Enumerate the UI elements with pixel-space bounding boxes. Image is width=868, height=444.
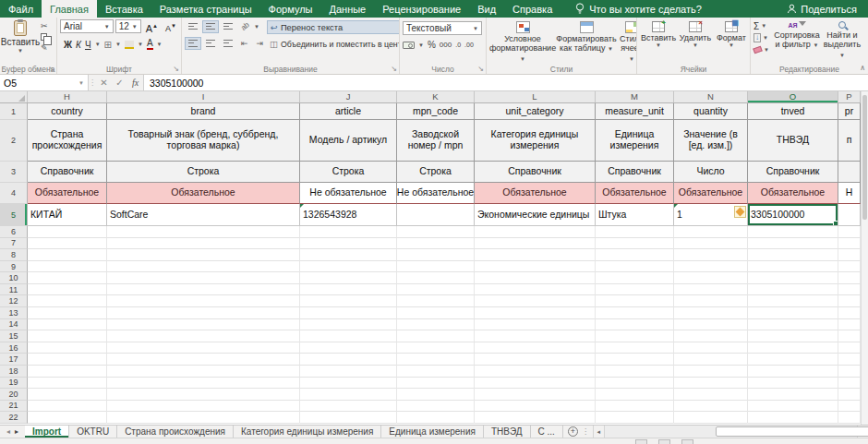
cell-K4[interactable]: Не обязательное [397,183,475,204]
cell-K11[interactable] [397,284,475,296]
fill-color-icon[interactable] [125,41,134,49]
col-header-P[interactable]: P [838,91,861,102]
row-header-17[interactable]: 17 [0,354,28,366]
collapse-ribbon-icon[interactable]: ∧ [860,64,865,72]
cell-P16[interactable] [838,342,861,354]
cell-I13[interactable] [107,307,300,319]
row-header-20[interactable]: 20 [0,389,28,401]
cell-M13[interactable] [596,307,674,319]
cell-N20[interactable] [674,389,748,401]
orientation-icon[interactable]: ab [235,18,256,37]
cell-K2[interactable]: Заводской номер / mpn [397,120,475,162]
cell-K17[interactable] [397,354,475,366]
share-button[interactable]: Поделиться [787,0,857,18]
new-sheet-button[interactable]: + [568,426,578,437]
row-header-12[interactable]: 12 [0,295,28,307]
cell-K21[interactable] [397,401,475,413]
cell-M1[interactable]: measure_unit [596,103,674,120]
cell-K20[interactable] [397,389,475,401]
cell-I22[interactable] [107,412,300,424]
comma-style-button[interactable]: 000 [440,41,452,49]
cell-M20[interactable] [596,389,674,401]
cell-L5[interactable]: Экономические единицы [475,204,596,226]
insert-cells-button[interactable]: + Вставить▼ [640,20,677,49]
alignment-dialog-launcher-icon[interactable]: ↘ [391,66,397,73]
cell-J18[interactable] [300,366,397,378]
cell-P21[interactable] [838,401,861,413]
cell-H11[interactable] [28,284,107,296]
trace-error-button[interactable] [734,206,746,218]
cell-P15[interactable] [838,330,861,342]
cell-H22[interactable] [28,412,107,424]
cell-M15[interactable] [596,330,674,342]
cell-I21[interactable] [107,401,300,413]
col-header-O[interactable]: O [748,91,838,102]
view-page-layout-icon[interactable] [658,439,670,444]
cell-H16[interactable] [28,342,107,354]
cell-M19[interactable] [596,378,674,390]
confirm-entry-icon[interactable]: ✓ [112,75,127,90]
ribbon-tab-вид[interactable]: Вид [469,0,504,18]
cell-I3[interactable]: Строка [107,162,300,183]
cell-I5[interactable]: SoftCare [107,204,300,226]
cell-P14[interactable] [838,319,861,331]
cell-H12[interactable] [28,295,107,307]
cell-P12[interactable] [838,295,861,307]
cell-L20[interactable] [475,389,596,401]
fill-button[interactable]: ↓▼ [753,32,769,43]
cell-M8[interactable] [596,249,674,261]
cell-K9[interactable] [397,261,475,273]
formula-input[interactable]: 3305100000 [143,75,868,90]
cell-N13[interactable] [674,307,748,319]
row-header-14[interactable]: 14 [0,319,28,331]
cell-M17[interactable] [596,354,674,366]
cell-O18[interactable] [748,366,838,378]
cell-M5[interactable]: Штука [596,204,674,226]
row-header-3[interactable]: 3 [0,162,28,183]
cell-L11[interactable] [475,284,596,296]
row-header-19[interactable]: 19 [0,378,28,390]
cell-J2[interactable]: Модель / артикул [300,120,397,162]
cell-I1[interactable]: brand [107,103,300,120]
cell-H2[interactable]: Страна происхождения [28,120,107,162]
cell-I6[interactable] [107,226,300,238]
percent-style-button[interactable]: % [428,40,436,50]
number-dialog-launcher-icon[interactable]: ↘ [477,66,484,73]
row-header-9[interactable]: 9 [0,261,28,273]
cell-H5[interactable]: КИТАЙ [28,204,107,226]
cell-P17[interactable] [838,354,861,366]
cell-I14[interactable] [107,319,300,331]
align-left-icon[interactable] [185,37,201,50]
decrease-indent-icon[interactable]: ⇤ [237,36,252,51]
cell-O8[interactable] [748,249,838,261]
merge-center-button[interactable]: ◫ Объединить и поместить в центре ▼ [267,38,400,50]
cell-J12[interactable] [300,295,397,307]
font-size-combo[interactable]: 12▼ [115,19,141,33]
cell-M22[interactable] [596,412,674,424]
cell-J21[interactable] [300,401,397,413]
cell-N17[interactable] [674,354,748,366]
sheet-tab-страна-происхождения[interactable]: Страна происхождения [117,426,234,438]
shrink-font-button[interactable]: А▼ [163,19,179,36]
cell-J7[interactable] [300,238,397,250]
cell-L10[interactable] [475,272,596,284]
cell-O15[interactable] [748,330,838,342]
formula-bar-splitter[interactable]: ⋮ [89,75,96,90]
cell-I16[interactable] [107,342,300,354]
number-format-combo[interactable]: Текстовый▼ [403,21,482,35]
cell-O12[interactable] [748,295,838,307]
format-cells-button[interactable]: ▦ Формат▼ [714,20,749,49]
sheet-tab-категория-единицы-измерения[interactable]: Категория единицы измерения [234,426,381,438]
cell-J14[interactable] [300,319,397,331]
cell-K16[interactable] [397,342,475,354]
cell-M2[interactable]: Единица измерения [596,120,674,162]
cell-I7[interactable] [107,238,300,250]
cell-P1[interactable]: pr [838,103,861,120]
clipboard-dialog-launcher-icon[interactable]: ↘ [48,66,54,73]
row-header-6[interactable]: 6 [0,226,28,238]
cell-N16[interactable] [674,342,748,354]
cell-M3[interactable]: Справочник [596,162,674,183]
grow-font-button[interactable]: А▲ [143,19,161,36]
cell-L18[interactable] [475,366,596,378]
cell-P7[interactable] [838,238,861,250]
